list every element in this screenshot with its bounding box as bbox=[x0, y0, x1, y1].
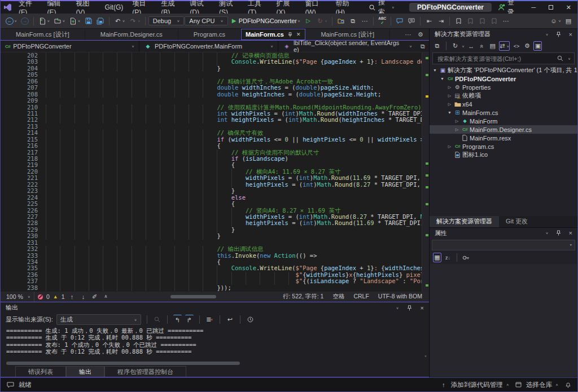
previous-message-icon[interactable]: ↰ bbox=[173, 315, 182, 324]
next-message-icon[interactable]: ↱ bbox=[185, 315, 194, 324]
line-number[interactable]: 211 bbox=[5, 111, 46, 117]
code-line[interactable]: 232// 输出调试信息 bbox=[1, 246, 422, 252]
glyph-margin[interactable] bbox=[1, 259, 5, 265]
expander-collapsed-icon[interactable]: ▷ bbox=[454, 127, 460, 132]
error-count[interactable]: 0 bbox=[46, 293, 50, 300]
code-line[interactable]: 218if (isLandscape) bbox=[1, 156, 422, 162]
tool-panel-tab[interactable]: 解决方案资源管理器 bbox=[430, 216, 499, 227]
code-line[interactable]: 205 bbox=[1, 72, 422, 78]
find-in-files-button[interactable] bbox=[335, 16, 347, 25]
tree-item[interactable]: ▷⚙Properties bbox=[430, 83, 577, 91]
glyph-margin[interactable] bbox=[1, 278, 5, 284]
navigate-back-button[interactable]: ←∨ bbox=[4, 16, 19, 26]
line-number[interactable]: 221 bbox=[5, 175, 46, 181]
document-tab[interactable]: MainForm.cs [设计] bbox=[305, 29, 390, 40]
error-icon[interactable] bbox=[38, 294, 43, 299]
breadcrumb-type-dropdown[interactable]: ◆ PDFtoPNGConverter.MainForm ∨ bbox=[139, 41, 278, 52]
line-number[interactable]: 222 bbox=[5, 182, 46, 188]
properties-grid[interactable] bbox=[430, 264, 577, 377]
add-item-button[interactable]: ∨ bbox=[67, 16, 82, 26]
tree-item[interactable]: ▷▤⚠依赖项 bbox=[430, 91, 577, 100]
line-number[interactable]: 234 bbox=[5, 259, 46, 265]
line-number[interactable]: 213 bbox=[5, 124, 46, 130]
line-number[interactable]: 215 bbox=[5, 136, 46, 143]
spaces-indicator[interactable]: 空格 bbox=[332, 293, 344, 301]
find-message-icon[interactable] bbox=[153, 315, 161, 324]
code-editor[interactable]: 202// 记录横向页面信息203Console.WriteLine($"Pag… bbox=[1, 52, 422, 292]
start-debugging-button[interactable]: ▶PDFtoPNGConverter∨ bbox=[229, 16, 302, 25]
line-number[interactable]: 208 bbox=[5, 91, 46, 98]
expander-collapsed-icon[interactable]: ▷ bbox=[446, 102, 453, 107]
expander-expanded-icon[interactable]: ▼ bbox=[446, 111, 453, 114]
glyph-margin[interactable] bbox=[1, 149, 5, 156]
glyph-margin[interactable] bbox=[1, 111, 5, 117]
code-line[interactable]: 237$"{(isLandscape ? "Landscape" : "Port… bbox=[1, 278, 422, 284]
hot-reload-button[interactable]: ↻∨ bbox=[314, 17, 329, 25]
line-number[interactable]: 205 bbox=[5, 72, 46, 78]
glyph-margin[interactable] bbox=[1, 162, 5, 168]
close-icon[interactable]: × bbox=[569, 31, 572, 38]
line-number[interactable]: 206 bbox=[5, 78, 46, 85]
expander-expanded-icon[interactable]: ▼ bbox=[432, 68, 438, 72]
line-number[interactable]: 229 bbox=[5, 227, 46, 233]
line-column-indicator[interactable]: 行: 522, 字符: 1 bbox=[283, 293, 323, 301]
switch-views-icon[interactable]: ⧉ bbox=[433, 41, 441, 51]
menu-item-s[interactable]: 测试(S) bbox=[214, 1, 243, 14]
warning-icon[interactable]: ▲ bbox=[53, 294, 58, 299]
line-number[interactable]: 217 bbox=[5, 149, 46, 156]
line-number[interactable]: 231 bbox=[5, 240, 46, 246]
menu-item-v[interactable]: 视图(V) bbox=[72, 1, 100, 14]
undo-button[interactable]: ↶∨ bbox=[112, 17, 127, 25]
glyph-margin[interactable] bbox=[1, 285, 5, 291]
glyph-margin[interactable] bbox=[1, 188, 5, 194]
preview-selected-items-icon[interactable]: ▣ bbox=[533, 41, 542, 51]
code-line[interactable]: 238})); bbox=[1, 285, 422, 291]
line-number[interactable]: 218 bbox=[5, 156, 46, 162]
glyph-margin[interactable] bbox=[1, 117, 5, 123]
minimize-button[interactable]: ─ bbox=[525, 1, 542, 14]
glyph-margin[interactable] bbox=[1, 156, 5, 162]
glyph-margin[interactable] bbox=[1, 124, 5, 130]
glyph-margin[interactable] bbox=[1, 72, 5, 78]
open-file-button[interactable]: ∨ bbox=[52, 16, 67, 25]
code-line[interactable]: 239 bbox=[1, 291, 422, 292]
glyph-margin[interactable] bbox=[1, 182, 5, 188]
history-icon[interactable]: ↻ bbox=[451, 41, 459, 51]
window-layout-button[interactable]: ▤ bbox=[563, 17, 574, 25]
code-line[interactable]: 216{ bbox=[1, 143, 422, 149]
code-line[interactable]: 231 bbox=[1, 240, 422, 246]
glyph-margin[interactable] bbox=[1, 78, 5, 85]
gear-icon[interactable]: ⚙ bbox=[417, 32, 424, 38]
zoom-level-dropdown[interactable]: 100 %∨ bbox=[3, 292, 34, 302]
glyph-margin[interactable] bbox=[1, 272, 5, 278]
code-line[interactable]: 224else bbox=[1, 195, 422, 201]
output-source-dropdown[interactable]: 生成∨ bbox=[56, 314, 141, 325]
sync-with-active-document-icon[interactable]: ⇄∨ bbox=[499, 41, 510, 51]
line-number[interactable]: 225 bbox=[5, 201, 46, 207]
redo-button[interactable]: ↷∨ bbox=[128, 17, 142, 25]
glyph-margin[interactable] bbox=[1, 136, 5, 143]
maximize-button[interactable] bbox=[542, 1, 560, 14]
code-line[interactable]: 203Console.WriteLine($"Page {pageIndex +… bbox=[1, 59, 422, 65]
decrease-indent-button[interactable]: ⇤ bbox=[423, 17, 435, 25]
line-number[interactable]: 203 bbox=[5, 59, 46, 65]
glyph-margin[interactable] bbox=[1, 130, 5, 136]
glyph-margin[interactable] bbox=[1, 220, 5, 226]
solution-configuration-dropdown[interactable]: Debug∨ bbox=[148, 16, 185, 25]
two-way-sync-icon[interactable]: ↔ bbox=[467, 41, 475, 51]
tree-item[interactable]: ▷x64 bbox=[430, 100, 577, 108]
output-vertical-scrollbar[interactable]: ▾ bbox=[423, 327, 428, 360]
encoding-indicator[interactable]: UTF-8 with BOM bbox=[378, 293, 422, 301]
code-line[interactable]: 204} bbox=[1, 65, 422, 72]
tree-item[interactable]: ▼▣解决方案 'PDFtoPNGConverter' (1 个项目, 共 1 个… bbox=[430, 66, 577, 74]
notifications-bell-icon[interactable] bbox=[564, 381, 572, 388]
panel-tab[interactable]: 错误列表 bbox=[15, 366, 66, 377]
code-line[interactable]: 212int heightPixels = (int)Math.Round(he… bbox=[1, 117, 422, 123]
collapse-all-icon[interactable]: « bbox=[478, 41, 486, 51]
close-icon[interactable]: ✕ bbox=[296, 32, 301, 37]
output-horizontal-scrollbar[interactable] bbox=[6, 361, 423, 366]
pin-icon[interactable] bbox=[555, 230, 563, 236]
expander-collapsed-icon[interactable]: ▷ bbox=[446, 144, 453, 149]
editor-horizontal-scrollbar[interactable] bbox=[120, 294, 273, 299]
glyph-margin[interactable] bbox=[1, 65, 5, 72]
